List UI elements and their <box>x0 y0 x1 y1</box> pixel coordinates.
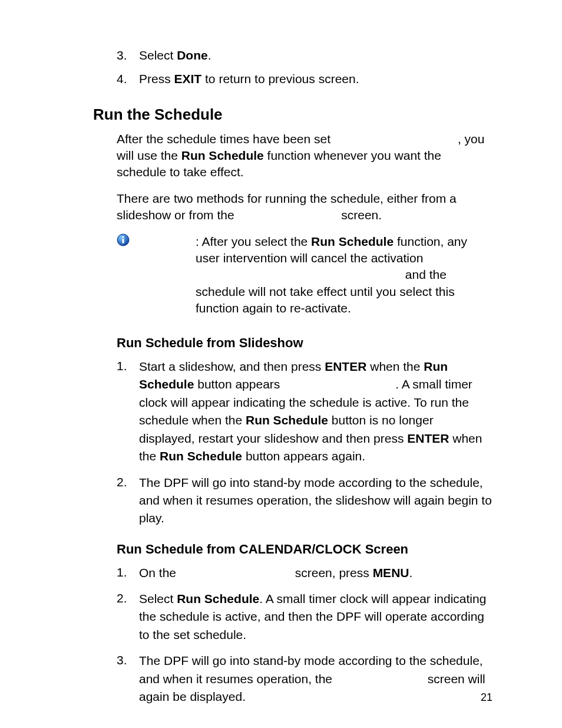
text: : After you select the <box>196 235 311 248</box>
step-body: Press EXIT to return to previous screen. <box>139 71 359 87</box>
bold-text: Done <box>177 48 208 62</box>
svg-point-1 <box>122 236 124 238</box>
bold-text: Run Schedule <box>160 449 242 463</box>
list-item: 3. The DPF will go into stand-by mode ac… <box>93 652 492 706</box>
step-body: Select Done. <box>139 47 211 64</box>
text: screen, press <box>292 566 373 579</box>
text: The DPF will go into stand-by mode accor… <box>139 476 492 525</box>
page-number: 21 <box>481 690 492 704</box>
step-list: 1. On the screen, press MENU. 2. Select … <box>93 564 492 706</box>
text: button appears again. <box>242 449 365 463</box>
svg-rect-2 <box>123 239 124 243</box>
text: Select <box>139 48 177 62</box>
step-number: 1. <box>117 358 128 466</box>
list-item: 4. Press EXIT to return to previous scre… <box>93 71 492 87</box>
step-body: Select Run Schedule. A small timer clock… <box>139 590 492 644</box>
text: On the <box>139 566 180 579</box>
list-item: 2. The DPF will go into stand-by mode ac… <box>93 474 492 528</box>
bold-text: ENTER <box>407 431 449 445</box>
leading-step-list: 3. Select Done. 4. Press EXIT to return … <box>93 47 492 88</box>
step-number: 1. <box>117 564 128 582</box>
bold-text: MENU <box>373 566 409 579</box>
text: After the schedule times have been set <box>117 132 334 146</box>
bold-text: Run Schedule <box>311 235 394 248</box>
bold-text: Run Schedule <box>181 149 264 162</box>
text: to return to previous screen. <box>201 72 359 85</box>
bold-text: Run Schedule <box>246 413 328 427</box>
section-heading: Run the Schedule <box>93 104 492 125</box>
list-item: 1. Start a slideshow, and then press ENT… <box>93 358 492 466</box>
text: Press <box>139 72 174 85</box>
bold-text: Run Schedule <box>177 592 259 605</box>
text: and the schedule will not take effect un… <box>196 268 455 315</box>
step-body: The DPF will go into stand-by mode accor… <box>139 474 492 528</box>
list-item: 3. Select Done. <box>93 47 492 64</box>
subsection-heading: Run Schedule from Slideshow <box>93 334 492 352</box>
note-body: : After you select the Run Schedule func… <box>141 233 492 317</box>
text: button appears <box>194 377 283 391</box>
bold-text: ENTER <box>325 360 366 373</box>
text: screen. <box>338 208 382 222</box>
subsection-heading: Run Schedule from CALENDAR/CLOCK Screen <box>93 541 492 558</box>
bold-text: EXIT <box>174 72 202 85</box>
step-body: The DPF will go into stand-by mode accor… <box>139 652 492 706</box>
step-list: 1. Start a slideshow, and then press ENT… <box>93 358 492 528</box>
list-item: 1. On the screen, press MENU. <box>93 564 492 582</box>
list-item: 2. Select Run Schedule. A small timer cl… <box>93 590 492 644</box>
text: Select <box>139 592 177 605</box>
step-number: 2. <box>117 474 128 528</box>
paragraph: After the schedule times have been set ,… <box>93 131 492 181</box>
text: There are two methods for running the sc… <box>117 192 457 222</box>
step-number: 3. <box>117 652 128 706</box>
step-body: On the screen, press MENU. <box>139 564 492 582</box>
paragraph: There are two methods for running the sc… <box>93 190 492 224</box>
step-number: 3. <box>117 47 128 64</box>
text: Start a slideshow, and then press <box>139 360 325 373</box>
step-body: Start a slideshow, and then press ENTER … <box>139 358 492 466</box>
document-page: 3. Select Done. 4. Press EXIT to return … <box>0 0 562 728</box>
info-icon <box>93 233 135 246</box>
text: when the <box>366 360 424 373</box>
text: . <box>409 566 412 579</box>
step-number: 2. <box>117 590 128 644</box>
text: . <box>208 48 211 62</box>
step-number: 4. <box>117 71 128 87</box>
note-block: : After you select the Run Schedule func… <box>93 233 492 317</box>
